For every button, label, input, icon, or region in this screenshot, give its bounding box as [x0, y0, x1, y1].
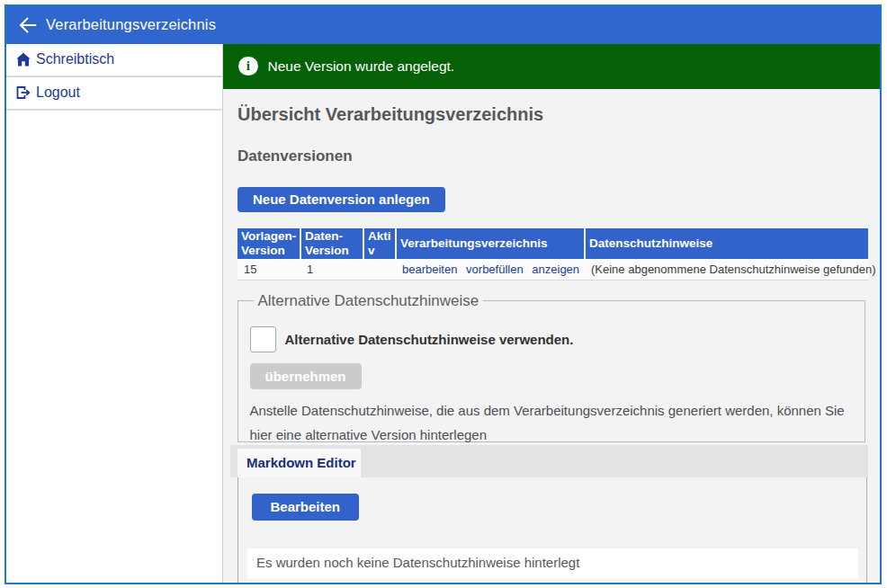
app-window: Verarbeitungsverzeichnis Schreibtisch Lo… — [4, 4, 882, 584]
uebernehmen-button[interactable]: übernehmen — [250, 363, 362, 389]
col-vorlagen-version: Vorlagen-Version — [237, 228, 300, 259]
markdown-editor-tabs: Markdown Editor Bearbeiten Es wurden noc… — [230, 445, 868, 583]
cell-daten-version: 1 — [300, 259, 363, 281]
new-dataversion-button[interactable]: Neue Datenversion anlegen — [237, 187, 445, 212]
col-daten-version: Daten-Version — [300, 228, 363, 259]
anzeigen-link[interactable]: anzeigen — [532, 263, 579, 276]
table-row: 15 1 bearbeiten vorbefüllen anzeigen (Ke… — [237, 259, 868, 281]
versions-table: Vorlagen-Version Daten-Version Aktiv Ver… — [237, 228, 868, 281]
alternative-datenschutzhinweise-fieldset: Alternative Datenschutzhinweise Alternat… — [237, 292, 865, 443]
markdown-empty-text: Es wurden noch keine Datenschutzhinweise… — [247, 548, 858, 579]
col-verarbeitungsverzeichnis: Verarbeitungsverzeichnis — [396, 228, 585, 259]
cell-vorlagen-version: 15 — [237, 259, 300, 281]
sidebar-item-logout[interactable]: Logout — [6, 77, 222, 111]
col-datenschutzhinweise: Datenschutzhinweise — [585, 228, 868, 259]
alternative-checkbox[interactable] — [250, 326, 276, 352]
page-title: Verarbeitungsverzeichnis — [46, 16, 216, 33]
table-header-row: Vorlagen-Version Daten-Version Aktiv Ver… — [237, 228, 868, 259]
success-alert: i Neue Version wurde angelegt. — [223, 44, 880, 89]
sidebar: Schreibtisch Logout — [6, 44, 223, 584]
sidebar-item-schreibtisch[interactable]: Schreibtisch — [6, 44, 222, 77]
main-area: i Neue Version wurde angelegt. Übersicht… — [223, 44, 880, 584]
info-icon: i — [238, 57, 258, 76]
checkbox-label: Alternative Datenschutzhinweise verwende… — [285, 332, 574, 347]
topbar: Verarbeitungsverzeichnis — [6, 6, 880, 44]
fieldset-legend: Alternative Datenschutzhinweise — [254, 292, 484, 310]
alert-message: Neue Version wurde angelegt. — [268, 58, 455, 75]
section-heading-datenversionen: Datenversionen — [237, 147, 880, 165]
markdown-editor-panel: Bearbeiten Es wurden noch keine Datensch… — [237, 477, 867, 583]
alternative-description: Anstelle Datenschutzhinweise, die aus de… — [250, 398, 862, 447]
tab-strip: Markdown Editor — [230, 445, 868, 477]
vorbefuellen-link[interactable]: vorbefüllen — [466, 263, 524, 276]
home-icon — [16, 52, 31, 67]
page-heading: Übersicht Verarbeitungsverzeichnis — [237, 104, 880, 125]
bearbeiten-link[interactable]: bearbeiten — [402, 263, 457, 276]
bearbeiten-button[interactable]: Bearbeiten — [252, 494, 360, 521]
cell-actions: bearbeiten vorbefüllen anzeigen — [396, 259, 585, 281]
sidebar-item-label: Schreibtisch — [36, 51, 114, 67]
col-aktiv: Aktiv — [363, 228, 396, 259]
sidebar-item-label: Logout — [36, 85, 80, 101]
cell-aktiv — [363, 259, 396, 281]
tab-markdown-editor[interactable]: Markdown Editor — [237, 449, 361, 478]
logout-icon — [16, 85, 31, 100]
back-arrow-icon[interactable] — [18, 15, 38, 35]
cell-datenschutzhinweise: (Keine abgenommene Datenschutzhinweise g… — [585, 259, 868, 281]
